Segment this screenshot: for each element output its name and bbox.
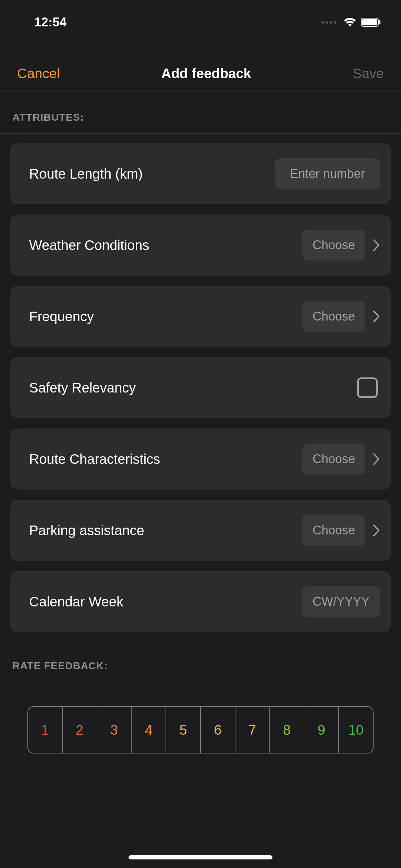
battery-icon <box>361 18 380 27</box>
cancel-button[interactable]: Cancel <box>17 66 60 81</box>
parking-choose-button[interactable]: Choose <box>302 515 365 546</box>
route-characteristics-choose-button[interactable]: Choose <box>302 444 365 474</box>
rating-option-10[interactable]: 10 <box>339 707 373 753</box>
weather-label: Weather Conditions <box>29 238 149 253</box>
nav-bar: Cancel Add feedback Save <box>0 57 401 91</box>
rating-option-5[interactable]: 5 <box>166 707 201 753</box>
rating-option-1[interactable]: 1 <box>28 707 63 753</box>
chevron-right-icon <box>373 310 380 323</box>
rating-option-9[interactable]: 9 <box>304 707 339 753</box>
cellular-dots-icon <box>321 21 336 24</box>
rating-option-7[interactable]: 7 <box>235 707 270 753</box>
rating-option-4[interactable]: 4 <box>132 707 166 753</box>
route-length-label: Route Length (km) <box>29 166 143 182</box>
rating-option-6[interactable]: 6 <box>201 707 235 753</box>
parking-label: Parking assistance <box>29 523 144 538</box>
save-button[interactable]: Save <box>353 66 384 81</box>
status-bar: 12:54 <box>0 0 401 38</box>
safety-checkbox[interactable] <box>357 377 378 398</box>
frequency-label: Frequency <box>29 309 94 324</box>
attribute-calendar-week: Calendar Week CW/YYYY <box>10 571 391 632</box>
rating-option-3[interactable]: 3 <box>97 707 132 753</box>
attribute-route-characteristics: Route Characteristics Choose <box>10 429 391 490</box>
route-length-input[interactable]: Enter number <box>275 158 380 189</box>
wifi-icon <box>343 17 357 27</box>
attribute-frequency: Frequency Choose <box>10 286 391 347</box>
rating-segmented-control: 1 2 3 4 5 6 7 8 9 10 <box>27 706 374 754</box>
page-title: Add feedback <box>161 66 251 81</box>
rating-option-2[interactable]: 2 <box>63 707 97 753</box>
attribute-weather: Weather Conditions Choose <box>10 215 391 276</box>
calendar-week-input[interactable]: CW/YYYY <box>302 586 380 617</box>
calendar-week-label: Calendar Week <box>29 594 123 610</box>
attribute-parking: Parking assistance Choose <box>10 500 391 561</box>
route-characteristics-label: Route Characteristics <box>29 451 160 467</box>
attributes-section-header: Attributes: <box>0 91 401 133</box>
status-time: 12:54 <box>34 15 67 29</box>
attribute-list: Route Length (km) Enter number Weather C… <box>0 134 401 639</box>
attribute-safety: Safety Relevancy <box>10 357 391 418</box>
chevron-right-icon <box>373 453 380 465</box>
rating-container: 1 2 3 4 5 6 7 8 9 10 <box>0 682 401 754</box>
status-indicators <box>321 17 380 27</box>
chevron-right-icon <box>373 239 380 251</box>
weather-choose-button[interactable]: Choose <box>302 230 365 261</box>
safety-label: Safety Relevancy <box>29 380 136 396</box>
attribute-route-length: Route Length (km) Enter number <box>10 143 391 204</box>
home-indicator[interactable] <box>129 855 272 859</box>
chevron-right-icon <box>373 524 380 537</box>
rate-section-header: Rate feedback: <box>0 639 401 682</box>
rating-option-8[interactable]: 8 <box>270 707 305 753</box>
frequency-choose-button[interactable]: Choose <box>302 301 365 332</box>
